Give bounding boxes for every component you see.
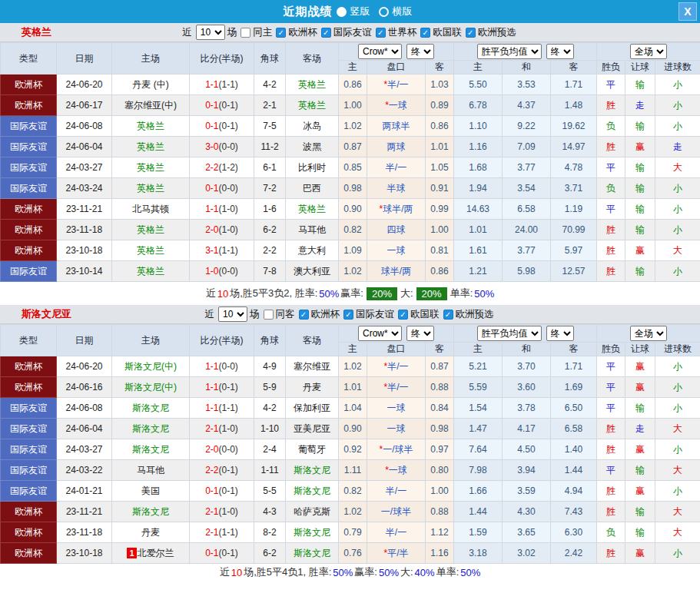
corner-score: 2-2 bbox=[254, 240, 286, 261]
score-cell: 2-1(1-0) bbox=[190, 419, 254, 439]
recent-count-select[interactable]: 10 bbox=[196, 25, 225, 40]
league-checkbox[interactable]: ✓ bbox=[321, 28, 331, 38]
crow-odds-selects: Crow*终 bbox=[358, 326, 434, 341]
result-handicap: 赢 bbox=[625, 543, 655, 564]
column-subheader: 主 bbox=[339, 61, 367, 75]
away-team: 斯洛文尼 bbox=[286, 460, 339, 481]
handicap-home-odds: 0.92 bbox=[339, 439, 367, 460]
final-odds-select[interactable]: 终 bbox=[406, 44, 434, 59]
match-scope-select[interactable]: 全场 bbox=[630, 44, 667, 59]
bookmaker-select[interactable]: Crow* bbox=[358, 326, 402, 341]
result-goals: 大 bbox=[655, 502, 700, 522]
handicap-text: 一球 bbox=[389, 100, 407, 111]
column-subheader: 进球数 bbox=[655, 343, 700, 356]
home-win-odds: 1.68 bbox=[454, 157, 503, 178]
result-handicap: 赢 bbox=[625, 439, 655, 460]
match-type: 欧洲杯 bbox=[1, 240, 57, 261]
result-goals: 大 bbox=[655, 522, 700, 543]
league-checkbox[interactable]: ✓ bbox=[343, 310, 353, 320]
home-win-odds: 7.64 bbox=[454, 439, 503, 460]
halftime-score: (0-1) bbox=[219, 100, 238, 111]
same-venue-checkbox[interactable] bbox=[264, 310, 274, 320]
halftime-score: (1-1) bbox=[219, 79, 238, 90]
fulltime-score: 0-1 bbox=[205, 548, 218, 558]
handicap-away-odds: 0.80 bbox=[426, 460, 454, 481]
recent-count-select[interactable]: 10 bbox=[218, 306, 247, 322]
handicap-line: 半/一 bbox=[367, 157, 426, 178]
final-odds-select[interactable]: 终 bbox=[406, 326, 434, 341]
away-team: 斯洛文尼 bbox=[286, 481, 339, 502]
result-wdl-text: 平 bbox=[606, 204, 615, 214]
final-odds-select[interactable]: 终 bbox=[546, 326, 574, 341]
league-checkbox[interactable]: ✓ bbox=[466, 28, 476, 38]
away-win-odds: 5.97 bbox=[551, 240, 597, 261]
halftime-score: (1-1) bbox=[219, 245, 238, 256]
handicap-line: *平/半 bbox=[367, 543, 426, 564]
handicap-text: 一球 bbox=[387, 423, 406, 434]
handicap-line: 两球半 bbox=[367, 116, 426, 137]
home-team: 马耳他 bbox=[112, 460, 190, 481]
away-team: 斯洛文尼 bbox=[286, 543, 339, 564]
away-team: 哈萨克斯 bbox=[286, 502, 339, 522]
fulltime-score: 2-1 bbox=[205, 423, 218, 434]
handicap-text: 四球 bbox=[387, 224, 406, 235]
halftime-score: (0-0) bbox=[219, 183, 238, 194]
result-handicap-text: 输 bbox=[635, 121, 645, 131]
away-team-name: 亚美尼亚 bbox=[294, 423, 330, 434]
away-win-odds: 1.71 bbox=[551, 356, 597, 377]
league-checkbox[interactable]: ✓ bbox=[276, 28, 286, 38]
avg-odds-header: 胜平负均值终 bbox=[454, 325, 597, 343]
home-team: 1北爱尔兰 bbox=[112, 543, 190, 564]
vertical-layout-radio[interactable] bbox=[337, 7, 347, 17]
home-team-name: 斯洛文尼 bbox=[132, 403, 169, 413]
match-date: 24-03-24 bbox=[57, 178, 112, 199]
match-date: 24-06-17 bbox=[57, 95, 112, 116]
home-team-name: 塞尔维亚(中) bbox=[124, 100, 177, 111]
result-handicap-text: 赢 bbox=[635, 548, 645, 558]
result-goals: 小 bbox=[655, 398, 700, 419]
final-odds-select[interactable]: 终 bbox=[546, 44, 574, 59]
away-win-odds: 3.71 bbox=[551, 178, 597, 199]
away-win-odds: 14.97 bbox=[551, 137, 597, 157]
same-venue-checkbox[interactable] bbox=[241, 28, 250, 38]
away-win-odds: 12.57 bbox=[551, 261, 597, 282]
league-checkbox[interactable]: ✓ bbox=[443, 310, 453, 320]
column-subheader: 主 bbox=[454, 343, 503, 356]
result-wdl-text: 负 bbox=[606, 527, 615, 538]
match-date: 24-06-16 bbox=[57, 377, 112, 398]
match-row: 欧洲杯24-06-20斯洛文尼(中)1-1(0-0)4-9塞尔维亚1.02*半/… bbox=[1, 356, 700, 377]
result-handicap-text: 走 bbox=[635, 100, 645, 111]
match-date: 23-10-18 bbox=[57, 543, 112, 564]
handicap-text: 两球半 bbox=[383, 121, 410, 131]
result-wdl-text: 平 bbox=[606, 162, 615, 173]
handicap-home-odds: 0.85 bbox=[339, 157, 367, 178]
handicap-home-odds: 1.02 bbox=[339, 502, 367, 522]
avg-odds-select[interactable]: 胜平负均值 bbox=[477, 44, 542, 59]
league-checkbox[interactable]: ✓ bbox=[398, 310, 408, 320]
league-checkbox[interactable]: ✓ bbox=[420, 28, 430, 38]
column-header: 角球 bbox=[254, 325, 286, 356]
result-handicap-text: 输 bbox=[635, 527, 645, 538]
corner-score: 1-11 bbox=[254, 460, 286, 481]
result-goals-text: 小 bbox=[673, 444, 682, 455]
score-cell: 1-1(0-0) bbox=[190, 356, 254, 377]
avg-odds-select[interactable]: 胜平负均值 bbox=[477, 326, 542, 341]
home-team: 英格兰 bbox=[112, 261, 190, 282]
halftime-score: (0-0) bbox=[219, 444, 238, 455]
home-win-odds: 14.63 bbox=[454, 199, 503, 220]
league-checkbox[interactable]: ✓ bbox=[376, 28, 386, 38]
home-win-odds: 1.21 bbox=[454, 261, 503, 282]
home-team-name: 斯洛文尼 bbox=[132, 444, 169, 455]
horizontal-layout-radio[interactable] bbox=[379, 7, 389, 17]
bookmaker-select[interactable]: Crow* bbox=[358, 44, 402, 59]
league-checkbox[interactable]: ✓ bbox=[299, 310, 309, 320]
match-scope-select[interactable]: 全场 bbox=[630, 326, 667, 341]
corner-score: 7-8 bbox=[254, 261, 286, 282]
away-team-name: 斯洛文尼 bbox=[294, 465, 330, 475]
close-icon[interactable]: X bbox=[678, 2, 697, 21]
halftime-score: (1-0) bbox=[219, 224, 238, 235]
home-team-name: 北马其顿 bbox=[132, 204, 169, 214]
result-wdl: 胜 bbox=[597, 543, 625, 564]
result-wdl: 平 bbox=[597, 356, 625, 377]
match-row: 欧洲杯23-11-18丹麦2-1(1-1)8-2斯洛文尼0.79半/一1.121… bbox=[1, 522, 700, 543]
